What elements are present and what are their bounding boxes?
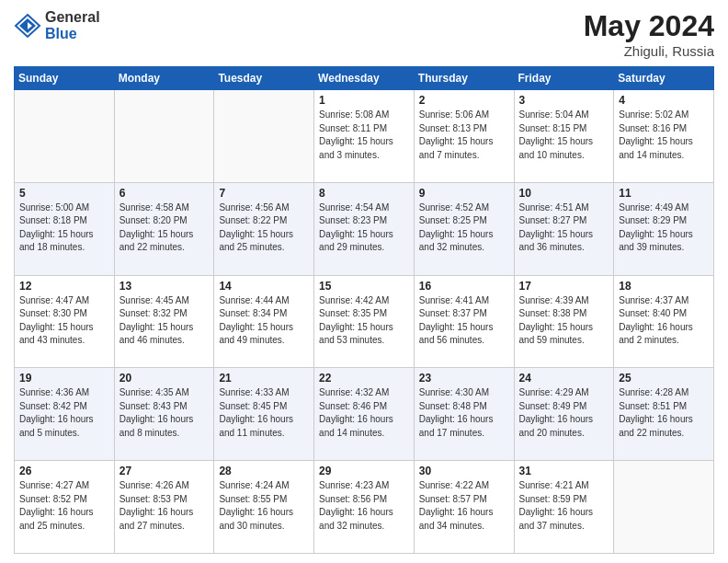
day-info: Sunrise: 4:36 AM Sunset: 8:42 PM Dayligh… xyxy=(19,386,109,440)
calendar-header-sunday: Sunday xyxy=(15,67,115,90)
day-info: Sunrise: 4:26 AM Sunset: 8:53 PM Dayligh… xyxy=(119,479,210,533)
calendar-cell: 13Sunrise: 4:45 AM Sunset: 8:32 PM Dayli… xyxy=(114,275,214,368)
day-info: Sunrise: 4:23 AM Sunset: 8:56 PM Dayligh… xyxy=(319,479,409,533)
logo-general-text: General xyxy=(45,9,100,26)
day-number: 17 xyxy=(519,280,609,293)
calendar-cell: 15Sunrise: 4:42 AM Sunset: 8:35 PM Dayli… xyxy=(314,275,415,368)
day-info: Sunrise: 4:45 AM Sunset: 8:32 PM Dayligh… xyxy=(119,294,210,348)
page: General Blue May 2024 Zhiguli, Russia Su… xyxy=(0,0,728,563)
day-number: 1 xyxy=(319,94,409,107)
day-info: Sunrise: 4:39 AM Sunset: 8:38 PM Dayligh… xyxy=(519,294,609,348)
day-number: 14 xyxy=(219,280,309,293)
day-info: Sunrise: 4:49 AM Sunset: 8:29 PM Dayligh… xyxy=(619,201,709,255)
day-number: 28 xyxy=(219,465,309,477)
day-number: 15 xyxy=(319,280,409,293)
calendar-cell: 27Sunrise: 4:26 AM Sunset: 8:53 PM Dayli… xyxy=(114,461,214,554)
calendar-cell: 19Sunrise: 4:36 AM Sunset: 8:42 PM Dayli… xyxy=(15,368,115,461)
day-info: Sunrise: 4:47 AM Sunset: 8:30 PM Dayligh… xyxy=(19,294,109,348)
calendar-header-tuesday: Tuesday xyxy=(214,67,314,90)
day-number: 23 xyxy=(419,372,509,385)
day-info: Sunrise: 4:52 AM Sunset: 8:25 PM Dayligh… xyxy=(419,201,509,255)
day-info: Sunrise: 4:30 AM Sunset: 8:48 PM Dayligh… xyxy=(419,386,509,440)
calendar-table: SundayMondayTuesdayWednesdayThursdayFrid… xyxy=(14,66,714,554)
day-info: Sunrise: 4:42 AM Sunset: 8:35 PM Dayligh… xyxy=(319,294,409,348)
day-info: Sunrise: 4:21 AM Sunset: 8:59 PM Dayligh… xyxy=(519,479,609,533)
calendar-header-monday: Monday xyxy=(114,67,214,90)
calendar-cell: 7Sunrise: 4:56 AM Sunset: 8:22 PM Daylig… xyxy=(214,182,314,275)
calendar-cell: 9Sunrise: 4:52 AM Sunset: 8:25 PM Daylig… xyxy=(414,182,514,275)
calendar-week-row: 12Sunrise: 4:47 AM Sunset: 8:30 PM Dayli… xyxy=(15,275,714,368)
day-info: Sunrise: 4:22 AM Sunset: 8:57 PM Dayligh… xyxy=(419,479,509,533)
header: General Blue May 2024 Zhiguli, Russia xyxy=(14,9,714,59)
calendar-cell: 16Sunrise: 4:41 AM Sunset: 8:37 PM Dayli… xyxy=(414,275,514,368)
calendar-cell: 14Sunrise: 4:44 AM Sunset: 8:34 PM Dayli… xyxy=(214,275,314,368)
day-number: 7 xyxy=(219,187,309,200)
calendar-cell: 22Sunrise: 4:32 AM Sunset: 8:46 PM Dayli… xyxy=(314,368,415,461)
day-info: Sunrise: 4:33 AM Sunset: 8:45 PM Dayligh… xyxy=(219,386,309,440)
calendar-header-wednesday: Wednesday xyxy=(314,67,415,90)
calendar-week-row: 5Sunrise: 5:00 AM Sunset: 8:18 PM Daylig… xyxy=(15,182,714,275)
day-number: 19 xyxy=(19,372,109,385)
day-number: 27 xyxy=(119,465,210,477)
day-info: Sunrise: 5:08 AM Sunset: 8:11 PM Dayligh… xyxy=(319,109,409,162)
calendar-cell: 10Sunrise: 4:51 AM Sunset: 8:27 PM Dayli… xyxy=(514,182,614,275)
day-info: Sunrise: 5:00 AM Sunset: 8:18 PM Dayligh… xyxy=(19,201,109,255)
day-number: 22 xyxy=(319,372,409,385)
calendar-cell: 5Sunrise: 5:00 AM Sunset: 8:18 PM Daylig… xyxy=(15,182,115,275)
calendar-cell: 12Sunrise: 4:47 AM Sunset: 8:30 PM Dayli… xyxy=(15,275,115,368)
day-number: 25 xyxy=(619,372,709,385)
calendar-cell: 17Sunrise: 4:39 AM Sunset: 8:38 PM Dayli… xyxy=(514,275,614,368)
day-number: 20 xyxy=(119,372,210,385)
logo-icon xyxy=(14,13,41,39)
day-number: 3 xyxy=(519,94,609,107)
calendar-cell: 21Sunrise: 4:33 AM Sunset: 8:45 PM Dayli… xyxy=(214,368,314,461)
day-number: 9 xyxy=(419,187,509,200)
day-info: Sunrise: 4:24 AM Sunset: 8:55 PM Dayligh… xyxy=(219,479,309,533)
calendar-cell: 4Sunrise: 5:02 AM Sunset: 8:16 PM Daylig… xyxy=(614,90,714,183)
calendar-cell: 26Sunrise: 4:27 AM Sunset: 8:52 PM Dayli… xyxy=(15,461,115,554)
day-number: 2 xyxy=(419,94,509,107)
day-number: 16 xyxy=(419,280,509,293)
logo: General Blue xyxy=(14,9,100,41)
day-number: 8 xyxy=(319,187,409,200)
calendar-cell: 30Sunrise: 4:22 AM Sunset: 8:57 PM Dayli… xyxy=(414,461,514,554)
day-info: Sunrise: 4:37 AM Sunset: 8:40 PM Dayligh… xyxy=(619,294,709,348)
calendar-cell: 31Sunrise: 4:21 AM Sunset: 8:59 PM Dayli… xyxy=(514,461,614,554)
calendar-cell: 25Sunrise: 4:28 AM Sunset: 8:51 PM Dayli… xyxy=(614,368,714,461)
day-info: Sunrise: 5:04 AM Sunset: 8:15 PM Dayligh… xyxy=(519,109,609,162)
calendar-week-row: 1Sunrise: 5:08 AM Sunset: 8:11 PM Daylig… xyxy=(15,90,714,183)
day-info: Sunrise: 5:06 AM Sunset: 8:13 PM Dayligh… xyxy=(419,109,509,162)
calendar-cell: 8Sunrise: 4:54 AM Sunset: 8:23 PM Daylig… xyxy=(314,182,415,275)
calendar-cell: 11Sunrise: 4:49 AM Sunset: 8:29 PM Dayli… xyxy=(614,182,714,275)
calendar-header-row: SundayMondayTuesdayWednesdayThursdayFrid… xyxy=(15,67,714,90)
day-info: Sunrise: 4:35 AM Sunset: 8:43 PM Dayligh… xyxy=(119,386,210,440)
calendar-week-row: 26Sunrise: 4:27 AM Sunset: 8:52 PM Dayli… xyxy=(15,461,714,554)
logo-text: General Blue xyxy=(45,9,100,41)
calendar-header-saturday: Saturday xyxy=(614,67,714,90)
title-month: May 2024 xyxy=(584,9,714,43)
title-location: Zhiguli, Russia xyxy=(584,43,714,59)
day-number: 30 xyxy=(419,465,509,477)
calendar-header-thursday: Thursday xyxy=(414,67,514,90)
day-info: Sunrise: 4:54 AM Sunset: 8:23 PM Dayligh… xyxy=(319,201,409,255)
calendar-cell xyxy=(114,90,214,183)
calendar-cell: 3Sunrise: 5:04 AM Sunset: 8:15 PM Daylig… xyxy=(514,90,614,183)
calendar-cell: 18Sunrise: 4:37 AM Sunset: 8:40 PM Dayli… xyxy=(614,275,714,368)
day-number: 29 xyxy=(319,465,409,477)
day-number: 26 xyxy=(19,465,109,477)
day-info: Sunrise: 4:41 AM Sunset: 8:37 PM Dayligh… xyxy=(419,294,509,348)
day-info: Sunrise: 4:32 AM Sunset: 8:46 PM Dayligh… xyxy=(319,386,409,440)
calendar-cell xyxy=(214,90,314,183)
day-number: 10 xyxy=(519,187,609,200)
day-number: 24 xyxy=(519,372,609,385)
calendar-cell: 29Sunrise: 4:23 AM Sunset: 8:56 PM Dayli… xyxy=(314,461,415,554)
day-info: Sunrise: 5:02 AM Sunset: 8:16 PM Dayligh… xyxy=(619,109,709,162)
day-info: Sunrise: 4:28 AM Sunset: 8:51 PM Dayligh… xyxy=(619,386,709,440)
calendar-cell: 6Sunrise: 4:58 AM Sunset: 8:20 PM Daylig… xyxy=(114,182,214,275)
day-number: 4 xyxy=(619,94,709,107)
calendar-cell: 28Sunrise: 4:24 AM Sunset: 8:55 PM Dayli… xyxy=(214,461,314,554)
day-info: Sunrise: 4:51 AM Sunset: 8:27 PM Dayligh… xyxy=(519,201,609,255)
day-number: 6 xyxy=(119,187,210,200)
calendar-cell: 2Sunrise: 5:06 AM Sunset: 8:13 PM Daylig… xyxy=(414,90,514,183)
day-number: 31 xyxy=(519,465,609,477)
